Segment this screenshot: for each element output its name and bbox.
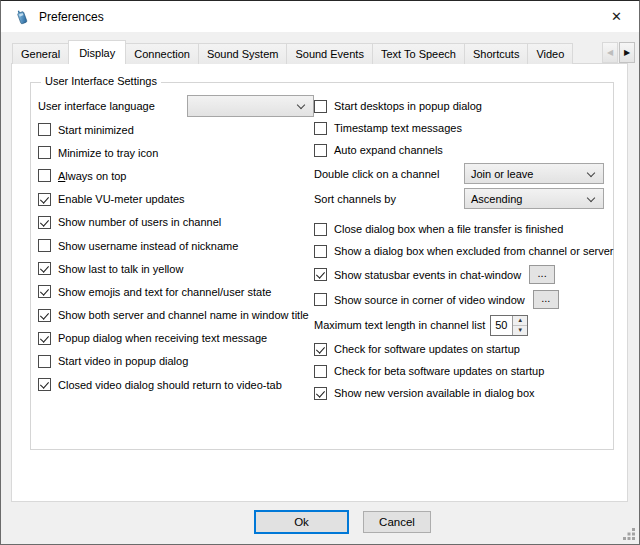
checkbox-popup-text-message[interactable] bbox=[38, 332, 51, 345]
checkbox-excluded-dialog[interactable] bbox=[314, 245, 327, 258]
left-column: User interface language Start minimized … bbox=[38, 94, 314, 396]
tab-sound-events[interactable]: Sound Events bbox=[286, 43, 373, 64]
tab-scroll-buttons: ◀ ▶ bbox=[602, 42, 635, 63]
language-label: User interface language bbox=[38, 100, 155, 112]
right-column: Start desktops in popup dialog Timestamp… bbox=[314, 95, 620, 404]
checkbox-label: Show both server and channel name in win… bbox=[58, 309, 309, 321]
tab-shortcuts[interactable]: Shortcuts bbox=[464, 43, 528, 64]
checkbox-show-user-count[interactable] bbox=[38, 216, 51, 229]
checkbox-minimize-to-tray[interactable] bbox=[38, 146, 51, 159]
checkbox-always-on-top[interactable] bbox=[38, 169, 51, 182]
checkbox-statusbar-events[interactable] bbox=[314, 268, 327, 281]
row-vu-meter: Enable VU-meter updates bbox=[38, 188, 314, 211]
checkbox-video-popup[interactable] bbox=[38, 355, 51, 368]
row-video-return-tab: Closed video dialog should return to vid… bbox=[38, 373, 314, 396]
checkbox-timestamp-messages[interactable] bbox=[314, 122, 327, 135]
checkbox-label: Check for beta software updates on start… bbox=[334, 365, 544, 377]
row-video-source-corner: Show source in corner of video window ..… bbox=[314, 287, 620, 312]
tab-bar: General Display Connection Sound System … bbox=[12, 40, 626, 64]
checkbox-show-emojis[interactable] bbox=[38, 285, 51, 298]
row-show-user-count: Show number of users in channel bbox=[38, 211, 314, 234]
row-statusbar-events: Show statusbar events in chat-window ... bbox=[314, 262, 620, 287]
row-video-popup: Start video in popup dialog bbox=[38, 350, 314, 373]
row-close-on-transfer: Close dialog box when a file transfer is… bbox=[314, 218, 620, 240]
checkbox-label: Start desktops in popup dialog bbox=[334, 100, 482, 112]
spinner-up-icon[interactable]: ▲ bbox=[513, 316, 527, 325]
checkbox-window-title[interactable] bbox=[38, 309, 51, 322]
resize-grip[interactable] bbox=[622, 527, 636, 541]
tab-sound-system[interactable]: Sound System bbox=[198, 43, 288, 64]
checkbox-label: Check for software updates on startup bbox=[334, 343, 520, 355]
double-click-select[interactable]: Join or leave bbox=[464, 163, 604, 184]
row-always-on-top: Always on top bbox=[38, 164, 314, 187]
close-icon[interactable]: ✕ bbox=[594, 1, 639, 31]
checkbox-video-return-tab[interactable] bbox=[38, 378, 51, 391]
sort-channels-label: Sort channels by bbox=[314, 193, 464, 205]
ok-button[interactable]: Ok bbox=[254, 510, 349, 534]
row-window-title: Show both server and channel name in win… bbox=[38, 304, 314, 327]
checkbox-label: Always on top bbox=[58, 170, 127, 182]
tab-general[interactable]: General bbox=[12, 43, 69, 64]
checkbox-check-updates[interactable] bbox=[314, 343, 327, 356]
teamtalk-app-icon bbox=[14, 9, 30, 25]
chevron-down-icon bbox=[587, 169, 595, 177]
row-check-updates: Check for software updates on startup bbox=[314, 338, 620, 360]
display-tab-page: User Interface Settings User interface l… bbox=[11, 63, 628, 502]
checkbox-label: Start minimized bbox=[58, 124, 134, 136]
tab-video[interactable]: Video bbox=[527, 43, 573, 64]
tab-label: Shortcuts bbox=[473, 48, 519, 60]
language-row: User interface language bbox=[38, 94, 314, 118]
checkbox-label: Show last to talk in yellow bbox=[58, 263, 183, 275]
spinner-down-icon[interactable]: ▼ bbox=[513, 325, 527, 335]
tab-label: General bbox=[21, 48, 60, 60]
preferences-dialog: Preferences ✕ General Display Connection… bbox=[0, 0, 640, 545]
max-text-length-spinner[interactable]: 50 ▲ ▼ bbox=[490, 315, 528, 336]
checkbox-label: Minimize to tray icon bbox=[58, 147, 158, 159]
checkbox-label: Closed video dialog should return to vid… bbox=[58, 379, 282, 391]
checkbox-desktops-popup[interactable] bbox=[314, 100, 327, 113]
row-auto-expand: Auto expand channels bbox=[314, 139, 620, 161]
language-select[interactable] bbox=[187, 95, 314, 117]
checkbox-label: Close dialog box when a file transfer is… bbox=[334, 223, 563, 235]
tab-display[interactable]: Display bbox=[68, 40, 126, 64]
spinner-value[interactable]: 50 bbox=[491, 316, 512, 335]
title-bar[interactable]: Preferences ✕ bbox=[1, 1, 639, 32]
checkbox-label: Show number of users in channel bbox=[58, 216, 221, 228]
tab-label: Video bbox=[536, 48, 564, 60]
tab-text-to-speech[interactable]: Text To Speech bbox=[372, 43, 465, 64]
tab-label: Sound System bbox=[207, 48, 279, 60]
checkbox-close-on-transfer[interactable] bbox=[314, 223, 327, 236]
window-title: Preferences bbox=[39, 10, 104, 24]
checkbox-new-version-dialog[interactable] bbox=[314, 387, 327, 400]
checkbox-last-to-talk[interactable] bbox=[38, 262, 51, 275]
checkbox-label: Auto expand channels bbox=[334, 144, 443, 156]
checkbox-label: Show emojis and text for channel/user st… bbox=[58, 286, 271, 298]
checkbox-video-source-corner[interactable] bbox=[314, 293, 327, 306]
cancel-button[interactable]: Cancel bbox=[363, 511, 431, 533]
tab-label: Display bbox=[79, 47, 115, 59]
double-click-value: Join or leave bbox=[471, 168, 533, 180]
row-last-to-talk: Show last to talk in yellow bbox=[38, 257, 314, 280]
chevron-down-icon bbox=[587, 194, 595, 202]
double-click-label: Double click on a channel bbox=[314, 168, 464, 180]
tab-connection[interactable]: Connection bbox=[125, 43, 199, 64]
chevron-down-icon bbox=[297, 101, 305, 109]
checkbox-start-minimized[interactable] bbox=[38, 123, 51, 136]
checkbox-show-username[interactable] bbox=[38, 239, 51, 252]
checkbox-check-beta-updates[interactable] bbox=[314, 365, 327, 378]
checkbox-vu-meter[interactable] bbox=[38, 193, 51, 206]
checkbox-auto-expand[interactable] bbox=[314, 144, 327, 157]
video-source-ellipsis-button[interactable]: ... bbox=[533, 290, 559, 309]
statusbar-events-ellipsis-button[interactable]: ... bbox=[529, 265, 555, 284]
tab-label: Sound Events bbox=[295, 48, 364, 60]
tab-scroll-right-icon[interactable]: ▶ bbox=[619, 42, 635, 63]
checkbox-label: Show source in corner of video window bbox=[334, 294, 525, 306]
sort-channels-select[interactable]: Ascending bbox=[464, 188, 604, 209]
checkbox-label: Enable VU-meter updates bbox=[58, 193, 185, 205]
sort-channels-value: Ascending bbox=[471, 193, 522, 205]
tab-scroll-left-icon[interactable]: ◀ bbox=[602, 42, 618, 63]
footer-buttons: Ok Cancel bbox=[254, 510, 431, 534]
row-desktops-popup: Start desktops in popup dialog bbox=[314, 95, 620, 117]
row-show-emojis: Show emojis and text for channel/user st… bbox=[38, 280, 314, 303]
row-start-minimized: Start minimized bbox=[38, 118, 314, 141]
